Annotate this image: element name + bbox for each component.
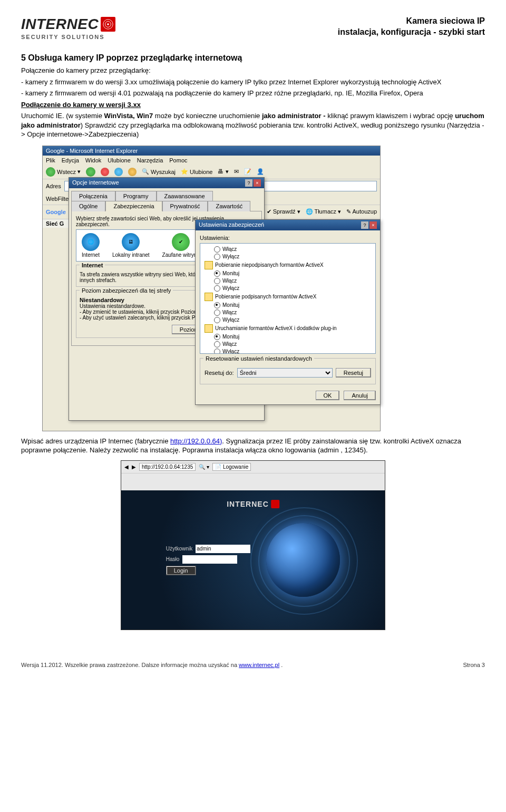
cancel-button[interactable]: Anuluj — [344, 391, 376, 400]
settings-label: Ustawienia: — [200, 235, 376, 241]
setting-option[interactable]: Wyłącz — [205, 348, 371, 354]
section-heading: 5 Obsługa kamery IP poprzez przeglądarkę… — [21, 53, 485, 63]
refresh-icon[interactable] — [114, 168, 123, 176]
home-icon[interactable] — [128, 168, 137, 176]
settings-tree[interactable]: WłączWyłączPobieranie niepodpisanych for… — [200, 243, 376, 354]
brand-badge-icon — [271, 500, 279, 508]
dialog-titlebar: Opcje internetowe ?× — [69, 178, 264, 188]
login-button[interactable]: Login — [166, 566, 196, 575]
favorites-button[interactable]: ⭐ Ulubione — [181, 168, 212, 175]
forward-icon[interactable] — [86, 167, 95, 177]
setting-option[interactable]: Włącz — [205, 277, 371, 285]
addr-label: Adres — [46, 183, 61, 189]
menu-item[interactable]: Pomoc — [169, 157, 187, 163]
stop-icon[interactable] — [101, 168, 109, 176]
password-input[interactable] — [182, 555, 237, 564]
close-icon[interactable]: × — [369, 221, 377, 229]
menu-item[interactable]: Ulubione — [108, 157, 130, 163]
menu-item[interactable]: Plik — [46, 157, 55, 163]
tab[interactable]: Zawartość — [208, 201, 250, 211]
google-logo: Google — [46, 209, 66, 215]
page-number: Strona 3 — [463, 662, 485, 668]
reset-box: Resetowanie ustawień niestandardowych Re… — [200, 358, 376, 384]
zone-trusted[interactable]: ✔Zaufane witryny — [162, 233, 200, 258]
para: Uruchomić IE. (w systemie WinVista, Win7… — [21, 111, 485, 139]
setting-group: Uruchamianie formantów ActiveX i dodatkó… — [205, 324, 371, 333]
page-footer: Wersja 11.2012. Wszelkie prawa zastrzeżo… — [21, 662, 485, 668]
url-field[interactable]: http://192.0.0.64:1235 — [139, 463, 196, 471]
tab[interactable]: Prywatność — [162, 201, 208, 211]
setting-option[interactable]: Wyłącz — [205, 285, 371, 292]
zone-title: Internet — [80, 262, 105, 268]
reset-button[interactable]: Resetuj — [336, 368, 371, 378]
tab[interactable]: Zaawansowane — [157, 191, 213, 201]
tab-security[interactable]: Zabezpieczenia — [105, 201, 162, 211]
brand-badge-icon — [101, 17, 115, 32]
dialog-title: Ustawienia zabezpieczeń — [199, 221, 264, 229]
user-label: Użytkownik — [166, 546, 193, 552]
google-btn[interactable]: ✎ Autouzup — [346, 208, 377, 215]
reset-legend: Resetowanie ustawień niestandardowych — [203, 355, 314, 362]
tab[interactable]: Programy — [115, 191, 157, 201]
back-icon[interactable]: ◀ — [124, 464, 129, 470]
google-btn[interactable]: 🌐 Tłumacz ▾ — [306, 208, 341, 215]
factory-ip-link[interactable]: http://192.0.0.64) — [170, 437, 222, 445]
tab-label[interactable]: 📄 Logowanie — [212, 463, 251, 471]
google-btn[interactable]: ✔ Sprawdź ▾ — [267, 208, 300, 215]
browser-chrome: ◀ ▶ http://192.0.0.64:1235 🔍 ▾ 📄 Logowan… — [121, 461, 385, 491]
doc-title-line2: instalacja, konfiguracja - szybki start — [338, 27, 485, 38]
zone-intranet[interactable]: 🖥Lokalny intranet — [112, 233, 150, 258]
setting-option[interactable]: Włącz — [205, 309, 371, 316]
ie-menubar[interactable]: Plik Edycja Widok Ulubione Narzędzia Pom… — [43, 156, 380, 165]
ok-button[interactable]: OK — [316, 391, 340, 400]
media-icon[interactable]: 🖶 ▾ — [218, 168, 228, 175]
edit-icon[interactable]: 📝 — [244, 168, 251, 175]
login-body: INTERNEC Użytkownik Hasło Login — [121, 490, 385, 630]
menu-item[interactable]: Narzędzia — [137, 157, 163, 163]
dialog-title: Opcje internetowe — [72, 179, 119, 187]
screenshot-login: ◀ ▶ http://192.0.0.64:1235 🔍 ▾ 📄 Logowan… — [121, 460, 385, 630]
tab[interactable]: Ogólne — [71, 201, 105, 211]
reset-select[interactable]: Średni — [237, 368, 333, 378]
tabs-row2: Ogólne Zabezpieczenia Prywatność Zawarto… — [69, 200, 264, 211]
setting-option[interactable]: Wyłącz — [205, 316, 371, 324]
brand-logo: INTERNEC SECURITY SOLUTIONS — [21, 16, 115, 40]
back-button[interactable]: Wstecz ▾ — [46, 167, 81, 177]
menu-item[interactable]: Edycja — [62, 157, 79, 163]
zone-internet[interactable]: 🌐Internet — [82, 233, 100, 258]
sub-heading: Podłączenie do kamery w wersji 3.xx — [21, 100, 485, 110]
dialog-titlebar: Ustawienia zabezpieczeń ?× — [196, 220, 380, 230]
reset-label: Resetuj do: — [205, 370, 234, 376]
footer-link[interactable]: www.internec.pl — [239, 662, 279, 668]
webfilter-label: WebFilter — [46, 196, 71, 202]
tab[interactable]: Połączenia — [71, 191, 115, 201]
setting-group: Pobieranie podpisanych formantów ActiveX — [205, 292, 371, 302]
search-button[interactable]: 🔍 Wyszukaj — [142, 168, 176, 175]
setting-option[interactable]: Włącz — [205, 246, 371, 253]
msn-icon[interactable]: 👤 — [257, 168, 264, 175]
setting-option[interactable]: Wyłącz — [205, 253, 371, 260]
mail-icon[interactable]: ✉ — [234, 168, 239, 175]
setting-option[interactable]: Włącz — [205, 341, 371, 348]
ie-titlebar: Google - Microsoft Internet Explorer — [43, 146, 380, 156]
security-settings-dialog: Ustawienia zabezpieczeń ?× Ustawienia: W… — [195, 219, 381, 405]
login-form: Użytkownik Hasło Login — [166, 543, 251, 577]
svg-point-2 — [107, 23, 109, 25]
setting-group: Pobieranie niepodpisanych formantów Acti… — [205, 260, 371, 270]
fwd-icon[interactable]: ▶ — [132, 464, 136, 470]
brand-name: INTERNEC — [21, 16, 99, 33]
pass-label: Hasło — [166, 556, 180, 562]
level-legend: Poziom zabezpieczeń dla tej strefy — [80, 287, 173, 294]
setting-option[interactable]: Monituj — [205, 270, 371, 277]
para: Wpisać adres urządzenia IP Internec (fab… — [21, 437, 485, 455]
para: - kamery z firmwarem w do wersji 3.xx um… — [21, 78, 485, 87]
close-icon[interactable]: × — [254, 179, 261, 187]
menu-item[interactable]: Widok — [85, 157, 102, 163]
help-icon[interactable]: ? — [361, 221, 368, 229]
doc-title: Kamera sieciowa IP instalacja, konfigura… — [338, 16, 485, 38]
username-input[interactable] — [196, 545, 250, 553]
screenshot-ie-options: Google - Microsoft Internet Explorer Pli… — [42, 146, 380, 430]
setting-option[interactable]: Monituj — [205, 333, 371, 341]
dialog-footer: OK Anuluj — [200, 388, 376, 400]
setting-option[interactable]: Monituj — [205, 302, 371, 309]
